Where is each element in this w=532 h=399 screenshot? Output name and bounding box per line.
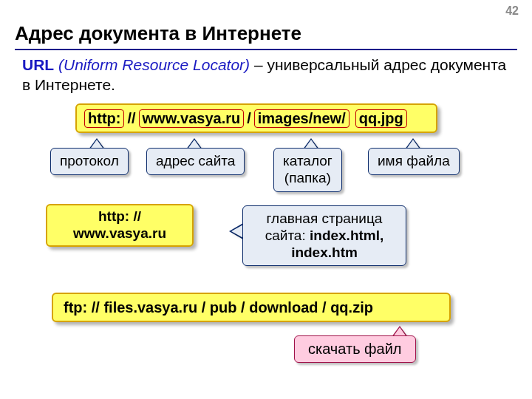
url-seg-path: images/new/: [254, 109, 349, 128]
homepage-line-2b: index.html,: [310, 228, 383, 243]
url-english: (Uniform Resource Locator): [58, 56, 250, 73]
homepage-line-1: главная страница: [267, 211, 383, 226]
url-seg-file: qq.jpg: [355, 109, 407, 128]
callout-download: скачать файл: [294, 335, 416, 363]
url-example-box: http: // www.vasya.ru / images/new/ qq.j…: [75, 103, 437, 133]
homepage-line-2a: сайта:: [265, 228, 310, 243]
page-number: 42: [505, 4, 519, 18]
homepage-line-3: index.htm: [291, 245, 358, 260]
callout-homepage: главная страница сайта: index.html, inde…: [242, 205, 406, 266]
ftp-url-text: ftp: // files.vasya.ru / pub / download …: [64, 299, 373, 316]
definition-line: URL (Uniform Resource Locator) – универс…: [22, 55, 510, 95]
url-seg-host: www.vasya.ru: [139, 109, 245, 128]
ftp-example-box: ftp: // files.vasya.ru / pub / download …: [52, 293, 451, 322]
callout-protocol: протокол: [50, 148, 129, 175]
url-sep-1: //: [127, 110, 135, 127]
callout-file: имя файла: [368, 148, 460, 175]
url-seg-protocol: http:: [84, 109, 124, 128]
title-underline: [15, 49, 517, 50]
url-sep-2: /: [247, 110, 251, 127]
short-url-box: http: // www.vasya.ru: [46, 204, 194, 247]
page-title: Адрес документа в Интернете: [15, 22, 301, 45]
callout-path: каталог (папка): [273, 148, 342, 192]
short-url-line-2: www.vasya.ru: [73, 225, 166, 241]
callout-protocol-label: протокол: [60, 153, 119, 168]
callout-path-label-2: (папка): [284, 170, 331, 185]
url-acronym: URL: [22, 56, 54, 73]
short-url-line-1: http: //: [98, 208, 141, 224]
download-label: скачать файл: [308, 341, 402, 357]
callout-host: адрес сайта: [146, 148, 245, 175]
callout-host-label: адрес сайта: [156, 153, 235, 168]
callout-file-label: имя файла: [378, 153, 450, 168]
callout-path-label-1: каталог: [283, 153, 332, 168]
